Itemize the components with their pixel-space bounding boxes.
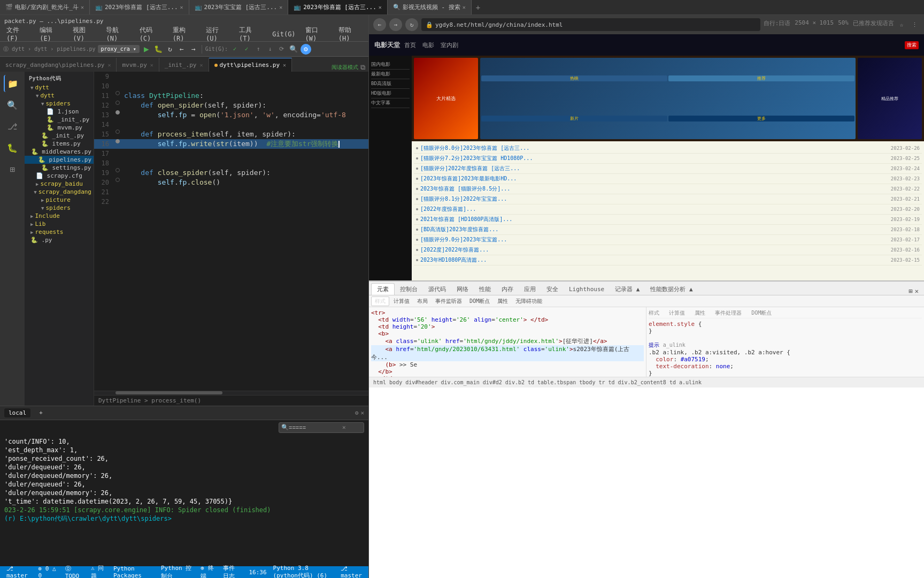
run-button[interactable]: ▶: [142, 44, 151, 54]
tree-item-dytt[interactable]: ▼ dytt: [25, 92, 94, 100]
properties-tab[interactable]: 属性: [494, 297, 511, 306]
terminal-tab-add[interactable]: +: [35, 408, 47, 417]
tree-item-scrapy-dangdang[interactable]: ▼ scrapy_dangdang: [25, 188, 94, 196]
git-arrow-down[interactable]: ↓: [265, 44, 275, 54]
status-todo[interactable]: ⓪ TODO: [63, 565, 84, 578]
status-python-packages[interactable]: Python Packages: [111, 565, 155, 578]
devtools-tab-elements[interactable]: 元素: [371, 283, 395, 295]
menu-tools[interactable]: 工具(T): [235, 25, 267, 43]
git-check-2[interactable]: ✓: [242, 44, 251, 54]
tree-item-scrapy-baidu[interactable]: ▶ scrapy_baidu: [25, 180, 94, 188]
accessibility-tab[interactable]: 无障碍功能: [512, 297, 545, 306]
menu-window[interactable]: 窗口(W): [301, 25, 333, 43]
editor-tab-pipelines-dangdang[interactable]: scrapy_dangdang\pipelines.py ✕: [0, 58, 117, 72]
settings-btn[interactable]: ⋮: [909, 19, 920, 30]
nav-movies[interactable]: 电影: [422, 41, 434, 49]
movie-list-item-4[interactable]: [2023年惊喜篇]2023年最新电影HD... 2023-02-23: [414, 174, 922, 184]
code-editor-area[interactable]: 9 10 11: [94, 72, 368, 406]
debug-button[interactable]: 🐛: [153, 44, 163, 54]
devtools-tab-recorder[interactable]: 记录器 ▲: [610, 283, 645, 295]
status-problems[interactable]: ⚠ 问题: [89, 564, 107, 578]
tab-1-close[interactable]: ✕: [81, 4, 84, 10]
tree-item-middlewares[interactable]: 🐍 middlewares.py: [25, 148, 94, 156]
movie-link-9[interactable]: [BD高清版]2023年度惊喜篇...: [420, 226, 498, 233]
editor-tab-init[interactable]: _init_.py ✕: [159, 58, 209, 72]
devtools-tab-lighthouse[interactable]: Lighthouse: [564, 283, 610, 295]
sidebar-link-3[interactable]: BD高清版: [371, 79, 410, 89]
html-line-6-selected[interactable]: <a href='html/gndy/2023010/63431.html' c…: [371, 345, 644, 361]
devtools-tab-performance[interactable]: 性能: [474, 283, 496, 295]
status-git-branch[interactable]: ⎇ master: [4, 565, 32, 578]
banner-sub-3[interactable]: 新片: [481, 116, 667, 121]
movie-list-item-3[interactable]: [猫眼评分]2022年度惊喜篇 [远古三... 2023-02-24: [414, 164, 922, 174]
movie-link-7[interactable]: [2022年度惊喜篇]...: [420, 206, 476, 213]
tab-4-close[interactable]: ✕: [379, 4, 382, 10]
breakpoint-circle-13[interactable]: [116, 110, 120, 115]
computed-tab[interactable]: 计算值: [390, 297, 413, 306]
banner-sub-2[interactable]: 推荐: [668, 75, 854, 81]
explorer-icon[interactable]: 📁: [4, 75, 21, 92]
git-check-1[interactable]: ✓: [230, 44, 240, 54]
menu-refactor[interactable]: 重构(R): [168, 25, 201, 43]
code-scroll-area[interactable]: 9 10 11: [94, 72, 368, 391]
devtools-html-panel[interactable]: <tr> <td width='56' height='26' align='c…: [369, 307, 646, 377]
breakpoint-circle-16[interactable]: [116, 139, 120, 143]
styles-tab[interactable]: 样式: [371, 296, 389, 306]
movie-list-item-12[interactable]: 2023年HD1080P高清篇... 2023-02-15: [414, 255, 922, 265]
devtools-tab-application[interactable]: 应用: [519, 283, 541, 295]
movie-list-item-6[interactable]: [猫眼评分8.1分]2022年宝宝篇... 2023-02-21: [414, 194, 922, 204]
movie-list-item-8[interactable]: 2021年惊喜篇 [HD1080P高清版]... 2023-02-19: [414, 215, 922, 225]
nav-forward-btn[interactable]: →: [389, 18, 402, 31]
git-arrow-up[interactable]: ↑: [253, 44, 263, 54]
movie-link-3[interactable]: [猫眼评分]2022年度惊喜篇 [远古三...: [420, 165, 520, 172]
movie-link-1[interactable]: [猫眼评分8.0分]2023年惊喜篇 [远古三...: [420, 144, 529, 152]
menu-help[interactable]: 帮助(H): [334, 25, 366, 43]
tree-item-mvvm[interactable]: 🐍 mvvm.py: [25, 124, 94, 132]
close-tab-pipelines-dangdang[interactable]: ✕: [107, 62, 111, 68]
devtools-css-panel[interactable]: 样式 计算值 属性 事件处理器 DOM断点 element.style { } …: [646, 307, 924, 377]
split-editor-btn[interactable]: ⧉: [360, 63, 365, 72]
line-code-12[interactable]: def open_spider(self, spider):: [122, 101, 368, 110]
devtools-dock-btn[interactable]: ⊞: [909, 287, 913, 295]
menu-nav[interactable]: 导航(N): [102, 25, 134, 43]
layout-tab[interactable]: 布局: [414, 297, 431, 306]
movie-list-item-11[interactable]: [2022度]2022年惊喜篇... 2023-02-16: [414, 245, 922, 255]
terminal-settings-icon[interactable]: ⚙: [355, 409, 359, 416]
breakpoint-circle-20[interactable]: [116, 178, 120, 182]
tree-item-init-spiders[interactable]: 🐍 _init_.py: [25, 116, 94, 124]
line-code-11[interactable]: class DyttPipeline:: [122, 91, 368, 101]
tab-3-close[interactable]: ✕: [279, 4, 282, 10]
movie-link-12[interactable]: 2023年HD1080P高清篇...: [420, 256, 487, 264]
forward-button[interactable]: →: [189, 44, 198, 54]
menu-view[interactable]: 视图(V): [68, 25, 101, 43]
dom-tab[interactable]: DOM断点: [466, 297, 493, 306]
new-tab-button[interactable]: +: [472, 3, 484, 12]
line-code-19[interactable]: def close_spider(self, spider):: [122, 168, 368, 178]
terminal-tab-local[interactable]: local: [4, 408, 30, 417]
git-history[interactable]: ⟳: [277, 44, 287, 54]
tree-item-lib[interactable]: ▶ Lib: [25, 220, 94, 228]
movie-list-item-7[interactable]: [2022年度惊喜篇]... 2023-02-20: [414, 204, 922, 215]
devtools-tab-perfinsight[interactable]: 性能数据分析 ▲: [645, 283, 698, 295]
nav-refresh-btn[interactable]: ↻: [405, 18, 418, 31]
line-code-13[interactable]: self.fp = open('1.json', 'w', encoding='…: [122, 110, 368, 120]
nav-home[interactable]: 首页: [404, 41, 416, 49]
terminal-body[interactable]: 🔍 ✕ 'count/INFO': 10, 'est_depth_max': 1…: [0, 420, 368, 566]
movie-link-6[interactable]: [猫眼评分8.1分]2022年宝宝篇...: [420, 195, 507, 203]
menu-run[interactable]: 运行(U): [202, 25, 234, 43]
movie-link-5[interactable]: 2023年惊喜篇 [猫眼评分8.5分]...: [420, 185, 510, 193]
menu-git[interactable]: Git(G): [268, 29, 299, 39]
movie-link-4[interactable]: [2023年惊喜篇]2023年最新电影HD...: [420, 175, 517, 182]
debug-side-icon[interactable]: 🐛: [4, 139, 21, 156]
tree-item-py-file[interactable]: 🐍 .py: [25, 236, 94, 244]
status-python-console[interactable]: Python 控制台: [159, 564, 194, 578]
movie-list-item-9[interactable]: [BD高清版]2023年度惊喜篇... 2023-02-18: [414, 225, 922, 235]
event-tab[interactable]: 事件监听器: [432, 297, 465, 306]
search-icon[interactable]: 🔍: [4, 96, 21, 113]
tree-item-scrapycfg[interactable]: 📄 scrapy.cfg: [25, 172, 94, 180]
tab-2-close[interactable]: ✕: [180, 4, 183, 10]
close-tab-init[interactable]: ✕: [199, 62, 203, 68]
sidebar-link-4[interactable]: HD版电影: [371, 89, 410, 98]
menu-file[interactable]: 文件(F): [2, 25, 34, 43]
browser-tab-5[interactable]: 🔍 影视无线视频 - 搜索 ✕: [388, 0, 472, 14]
